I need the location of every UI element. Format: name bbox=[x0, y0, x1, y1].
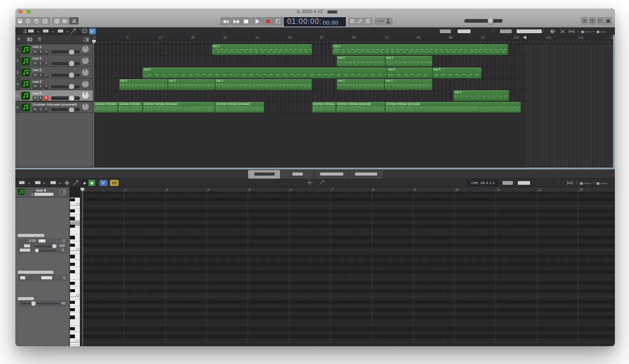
svg-text:i: i bbox=[28, 19, 28, 23]
svg-text:?: ? bbox=[36, 20, 37, 23]
svg-text:S: S bbox=[367, 20, 369, 23]
